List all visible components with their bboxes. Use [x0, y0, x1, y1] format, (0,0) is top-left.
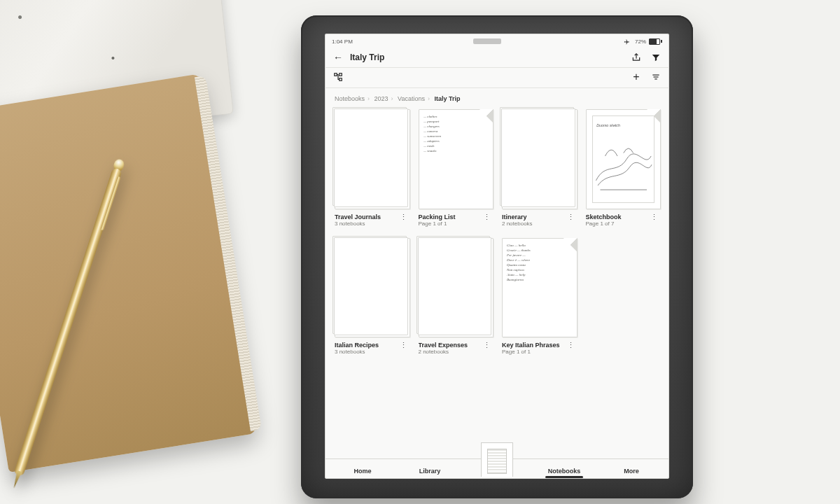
nav-more[interactable]: More: [598, 459, 665, 476]
breadcrumb: Notebooks› 2023› Vacations› Italy Trip: [325, 88, 669, 106]
notebook-sub: 3 notebooks: [335, 349, 379, 355]
svg-rect-1: [340, 74, 342, 76]
kindle-scribe-device: 1:04 PM 72% ← Italy Trip: [301, 15, 693, 498]
kebab-icon[interactable]: ⋮: [649, 214, 659, 221]
bottom-nav: Home Library Notebooks More: [325, 458, 669, 479]
status-time: 1:04 PM: [332, 38, 353, 45]
crumb-0[interactable]: Notebooks: [335, 95, 365, 102]
nav-home[interactable]: Home: [329, 459, 396, 476]
notebook-name: Itinerary: [502, 214, 533, 220]
notebook-sub: Page 1 of 1: [419, 220, 456, 227]
notebook-card[interactable]: Ciao — helloGrazie — thanksPer favore —D…: [502, 238, 576, 356]
airplane-icon: [622, 36, 632, 46]
tree-view-icon[interactable]: [333, 72, 343, 82]
notebook-thumb[interactable]: Duomo sketch: [586, 109, 662, 209]
crumb-1[interactable]: 2023: [374, 95, 388, 102]
kebab-icon[interactable]: ⋮: [566, 214, 576, 221]
page-title: Italy Trip: [350, 52, 384, 62]
device-screen: 1:04 PM 72% ← Italy Trip: [325, 34, 669, 479]
notebook-card[interactable]: Italian Recipes3 notebooks⋮: [335, 238, 409, 356]
notebook-sub: Page 1 of 7: [586, 220, 622, 227]
notebook-name: Italian Recipes: [335, 342, 379, 349]
amazon-logo: [473, 38, 501, 44]
crumb-current: Italy Trip: [434, 95, 460, 102]
notebook-thumb[interactable]: [335, 109, 410, 209]
notebook-sub: Page 1 of 1: [502, 349, 560, 355]
back-button[interactable]: ←: [333, 52, 343, 63]
nav-library[interactable]: Library: [396, 459, 463, 476]
nav-center-preview[interactable]: [481, 442, 513, 477]
kebab-icon[interactable]: ⋮: [482, 342, 492, 349]
kebab-icon[interactable]: ⋮: [482, 214, 492, 221]
nav-notebooks[interactable]: Notebooks: [531, 459, 598, 476]
svg-rect-0: [335, 74, 337, 76]
kebab-icon[interactable]: ⋮: [398, 342, 409, 349]
filter-icon[interactable]: [651, 52, 661, 62]
add-button[interactable]: +: [631, 72, 641, 82]
notebook-card[interactable]: Duomo sketch SketchbookPage 1 of 7⋮: [586, 109, 660, 227]
battery-percent: 72%: [635, 38, 646, 45]
kebab-icon[interactable]: ⋮: [398, 214, 409, 221]
notebook-name: Key Italian Phrases: [502, 342, 560, 349]
notebook-name: Sketchbook: [586, 214, 622, 220]
notebook-name: Packing List: [419, 214, 456, 220]
share-icon[interactable]: [631, 52, 641, 62]
notebook-card[interactable]: Travel Expenses2 notebooks⋮: [419, 238, 493, 356]
svg-text:Duomo sketch: Duomo sketch: [596, 123, 620, 127]
kebab-icon[interactable]: ⋮: [566, 342, 576, 349]
notebook-sub: 2 notebooks: [502, 220, 533, 227]
notebook-sub: 2 notebooks: [419, 349, 468, 355]
notebook-name: Travel Expenses: [419, 342, 468, 349]
notebook-sub: 3 notebooks: [335, 220, 381, 227]
toolbar: +: [325, 68, 669, 88]
notebook-thumb[interactable]: [419, 238, 494, 338]
crumb-2[interactable]: Vacations: [398, 95, 425, 102]
notebook-thumb[interactable]: Ciao — helloGrazie — thanksPer favore —D…: [502, 238, 578, 338]
notebook-card[interactable]: Itinerary2 notebooks⋮: [502, 109, 576, 227]
notebook-name: Travel Journals: [335, 214, 381, 220]
battery-icon: [649, 38, 662, 45]
svg-rect-2: [340, 78, 342, 81]
desk-scene: 1:04 PM 72% ← Italy Trip: [0, 0, 840, 504]
notebook-thumb[interactable]: — clothes— passport— chargers— camera— s…: [419, 109, 494, 209]
notebook-card[interactable]: — clothes— passport— chargers— camera— s…: [419, 109, 493, 227]
notebook-card[interactable]: Travel Journals3 notebooks⋮: [335, 109, 409, 227]
notebook-grid: Travel Journals3 notebooks⋮— clothes— pa…: [325, 106, 669, 458]
status-bar: 1:04 PM 72%: [325, 34, 669, 48]
header-bar: ← Italy Trip: [325, 48, 669, 68]
sort-icon[interactable]: [651, 72, 661, 82]
notebook-thumb[interactable]: [335, 238, 410, 338]
notebook-thumb[interactable]: [502, 109, 578, 209]
